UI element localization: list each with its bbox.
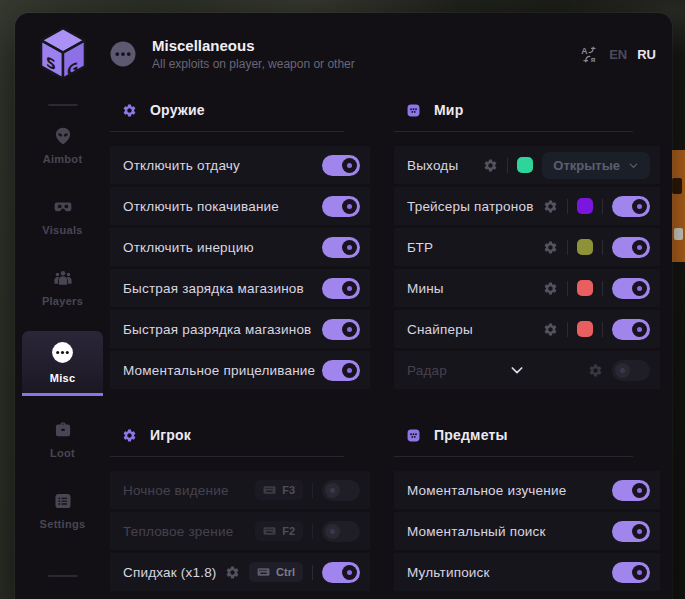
keybind-label: F2 [282,525,295,537]
color-swatch[interactable] [577,239,593,255]
sidebar-item-players[interactable]: Players [15,260,110,315]
keybind-badge[interactable]: F3 [255,480,303,500]
keybind-badge[interactable]: Ctrl [249,562,303,582]
section-rows: ВыходыОткрытыеТрейсеры патроновБТРМиныСн… [394,146,660,389]
sidebar-item-aimbot[interactable]: Aimbot [15,118,110,173]
lang-en-button[interactable]: EN [609,47,627,62]
toggle-on[interactable] [612,237,650,258]
control-divider [567,322,568,337]
control-divider [567,240,568,255]
toggle-knob [342,158,357,173]
row-controls [322,237,360,258]
toggle-on[interactable] [322,360,360,381]
setting-label: БТР [407,240,433,255]
toggle-knob [342,565,357,580]
setting-row: Снайперы [394,310,660,348]
gear-icon[interactable] [588,363,603,378]
chevron-down-icon[interactable] [509,362,525,378]
toggle-off[interactable] [612,360,650,381]
setting-label: Ночное видение [123,483,229,498]
gear-icon[interactable] [543,240,558,255]
toggle-knob [325,483,340,498]
section-header: Оружие [110,97,370,118]
setting-row: Отключить инерцию [110,228,370,266]
gear-icon[interactable] [483,158,498,173]
sidebar-item-loot[interactable]: Loot [15,412,110,467]
toggle-knob [342,363,357,378]
gear-icon[interactable] [543,281,558,296]
setting-label: Моментальный поиск [407,524,546,539]
toggle-off[interactable] [322,480,360,501]
toggle-on[interactable] [612,562,650,583]
gear-icon[interactable] [543,322,558,337]
toggle-knob [632,240,647,255]
sidebar-item-misc[interactable]: Misc [22,331,103,396]
sidebar-item-settings[interactable]: Settings [15,483,110,538]
setting-label: Отключить отдачу [123,158,240,173]
setting-row: Отключить отдачу [110,146,370,184]
sidebar-item-label: Loot [50,447,75,459]
section-divider [110,131,344,132]
row-controls [588,360,650,381]
control-divider [602,281,603,296]
color-swatch[interactable] [517,157,533,173]
section-title: Оружие [150,102,205,118]
toggle-on[interactable] [322,237,360,258]
sidebar-item-visuals[interactable]: Visuals [15,189,110,244]
row-controls [612,562,650,583]
control-divider [602,240,603,255]
section-header: Мир [394,97,660,118]
toggle-on[interactable] [322,278,360,299]
keybind-badge[interactable]: F2 [255,521,303,541]
sidebar: S G AimbotVisualsPlayersMiscLootSettings [15,13,110,599]
color-swatch[interactable] [577,321,593,337]
gear-icon [122,428,137,443]
dropdown[interactable]: Открытые [542,152,650,179]
toggle-on[interactable] [612,278,650,299]
toggle-knob [615,363,630,378]
control-divider [602,322,603,337]
players-icon [53,268,73,288]
section-title: Мир [434,102,463,118]
lang-ru-button[interactable]: RU [637,47,656,62]
toggle-on[interactable] [612,196,650,217]
toggle-on[interactable] [322,196,360,217]
row-controls: Открытые [483,152,650,179]
dropdown-value: Открытые [553,158,620,173]
setting-label: Мультипоиск [407,565,490,580]
section-rows: Отключить отдачуОтключить покачиваниеОтк… [110,146,370,389]
page-title: Miscellaneous [152,37,355,54]
section-divider [110,456,344,457]
section-rows: Ночное видениеF3Тепловое зрениеF2Спидхак… [110,471,370,591]
game-screen: { "colors": { "accent": "#a086ec", "acce… [0,0,685,599]
color-swatch[interactable] [577,280,593,296]
toggle-knob [632,565,647,580]
row-controls [322,196,360,217]
toggle-on[interactable] [322,562,360,583]
toggle-on[interactable] [612,480,650,501]
control-divider [567,281,568,296]
setting-row: Мины [394,269,660,307]
right-column: МирВыходыОткрытыеТрейсеры патроновБТРМин… [394,97,660,599]
sidebar-item-label: Aimbot [43,153,83,165]
gear-icon[interactable] [225,565,240,580]
toggle-knob [632,199,647,214]
section-header: Игрок [110,422,370,443]
toggle-off[interactable] [322,521,360,542]
translate-icon: Aя [580,45,599,64]
toggle-on[interactable] [322,155,360,176]
setting-row: Моментальный поиск [394,512,660,550]
setting-label: Трейсеры патронов [407,199,534,214]
section-title: Игрок [150,427,191,443]
gear-icon[interactable] [543,199,558,214]
toggle-on[interactable] [322,319,360,340]
control-divider [312,565,313,580]
color-swatch[interactable] [577,198,593,214]
setting-label: Спидхак (x1.8) [123,565,217,580]
setting-row: Быстрая зарядка магазинов [110,269,370,307]
section-header: Предметы [394,422,660,443]
toggle-on[interactable] [612,521,650,542]
section-weapon: ОружиеОтключить отдачуОтключить покачива… [110,97,370,392]
section-items: ПредметыМоментальное изучениеМоментальны… [394,422,660,594]
toggle-on[interactable] [612,319,650,340]
